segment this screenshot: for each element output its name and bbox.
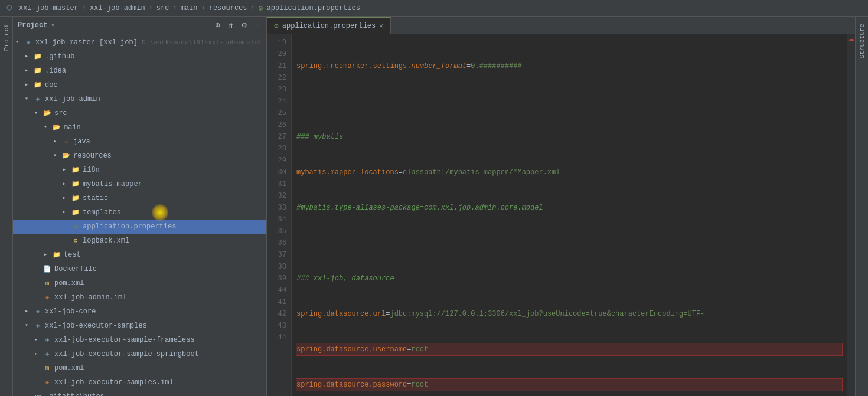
folder-icon: 📂 xyxy=(61,151,71,161)
tree-item-i18n[interactable]: 📁 i18n xyxy=(13,163,266,177)
side-tabs-right: Structure xyxy=(855,17,868,396)
folder-icon: 📁 xyxy=(71,165,80,175)
tree-item-executor-frameless[interactable]: ◈ xxl-job-executor-sample-frameless xyxy=(13,333,266,347)
breadcrumb-main[interactable]: main xyxy=(181,4,198,12)
dockerfile-icon: 📄 xyxy=(43,264,52,274)
collapse-all-icon[interactable]: ⇈ xyxy=(227,19,235,31)
minimize-icon[interactable]: ─ xyxy=(253,20,262,31)
tree-label: pom.xml xyxy=(54,362,84,374)
project-side-tab[interactable]: Project xyxy=(2,19,11,55)
pom-xml-icon: m xyxy=(43,364,52,373)
tab-label: application.properties xyxy=(282,22,376,30)
tree-label: static xyxy=(83,192,108,204)
breadcrumb-src[interactable]: src xyxy=(156,4,169,12)
tree-item-gitattributes[interactable]: ⚯ .gitattributes xyxy=(13,390,266,396)
file-tree: ◈ xxl-job-master [xxl-job] D:\workspace\… xyxy=(13,34,266,396)
tree-item-app-properties[interactable]: ⚙ application.properties xyxy=(13,220,266,234)
folder-icon: 📁 xyxy=(33,52,43,61)
tree-arrow xyxy=(34,107,43,119)
tree-arrow xyxy=(63,207,71,218)
tree-item-src[interactable]: 📂 src xyxy=(13,106,266,120)
breadcrumb-module[interactable]: xxl-job-admin xyxy=(90,4,145,12)
code-line-23: #mybatis.type-aliases-package=com.xxl.jo… xyxy=(296,202,842,214)
options-icon[interactable]: ⚙ xyxy=(240,19,248,31)
project-icon: ⬡ xyxy=(5,4,14,13)
structure-side-tab[interactable]: Structure xyxy=(857,19,867,63)
tree-item-mybatis-mapper[interactable]: 📁 mybatis-mapper xyxy=(13,177,266,191)
tree-label: xxl-job-executor-sample-frameless xyxy=(54,334,195,346)
tree-label: test xyxy=(64,249,81,261)
sidebar-header: Project ▾ ⊕ ⇈ ⚙ ─ xyxy=(13,17,266,34)
module-icon: ◈ xyxy=(33,307,43,316)
tree-arrow xyxy=(15,37,24,48)
tree-label: xxl-job-executor-samples.iml xyxy=(54,377,174,388)
tree-arrow xyxy=(63,164,71,176)
tree-item-dockerfile[interactable]: 📄 Dockerfile xyxy=(13,262,266,276)
editor-gutter-right xyxy=(847,34,855,396)
tree-arrow xyxy=(63,178,71,190)
tab-close-button[interactable]: ✕ xyxy=(379,22,383,30)
tree-label: main xyxy=(64,122,81,133)
main-layout: Project Project ▾ ⊕ ⇈ ⚙ ─ ◈ xxl-job-mast… xyxy=(0,17,868,396)
tree-arrow xyxy=(25,320,33,332)
tree-label: Dockerfile xyxy=(54,263,97,275)
tree-item-executor-iml[interactable]: ◈ xxl-job-executor-samples.iml xyxy=(13,375,266,390)
module-icon: ◈ xyxy=(33,321,43,330)
tree-item-static[interactable]: 📁 static xyxy=(13,191,266,205)
tree-label: logback.xml xyxy=(83,235,129,247)
project-panel: Project ▾ ⊕ ⇈ ⚙ ─ ◈ xxl-job-master [xxl-… xyxy=(13,17,267,396)
breadcrumb-file: application.properties xyxy=(267,4,360,12)
tree-arrow xyxy=(44,122,52,133)
xml-icon: ⚙ xyxy=(71,236,80,246)
properties-file-icon: ⚙ xyxy=(259,4,263,13)
tree-item-xxl-job-core[interactable]: ◈ xxl-job-core xyxy=(13,305,266,319)
code-line-19: spring.freemarker.settings.number_format… xyxy=(296,60,842,72)
module-icon: ◈ xyxy=(24,38,33,47)
java-folder-icon: ☕ xyxy=(61,137,71,146)
breadcrumb-resources[interactable]: resources xyxy=(209,4,247,12)
tree-label: pom.xml xyxy=(54,277,84,289)
folder-icon: 📂 xyxy=(52,123,61,132)
breadcrumb-project[interactable]: xxl-job-master xyxy=(19,4,79,12)
tree-arrow xyxy=(25,79,33,91)
locate-file-icon[interactable]: ⊕ xyxy=(213,19,221,31)
line-numbers: 19 20 21 22 23 24 25 26 27 28 29 30 31 3… xyxy=(267,34,292,396)
code-line-27: spring.datasource.username=root xyxy=(296,343,842,355)
dropdown-arrow-icon[interactable]: ▾ xyxy=(51,22,54,29)
tree-label: xxl-job-executor-sample-springboot xyxy=(54,348,199,360)
folder-icon: 📁 xyxy=(52,250,61,260)
code-line-24 xyxy=(296,237,842,249)
tree-item-main[interactable]: 📂 main xyxy=(13,120,266,135)
tree-item-pom-admin[interactable]: m pom.xml xyxy=(13,276,266,290)
module-icon: ◈ xyxy=(33,94,43,104)
tree-item-github[interactable]: 📁 .github xyxy=(13,50,266,64)
code-editor[interactable]: spring.freemarker.settings.number_format… xyxy=(292,34,847,396)
tree-item-admin-iml[interactable]: ◈ xxl-job-admin.iml xyxy=(13,290,266,305)
tree-item-test[interactable]: 📁 test xyxy=(13,248,266,262)
tree-arrow xyxy=(25,51,33,63)
tree-item-xxl-job-admin[interactable]: ◈ xxl-job-admin xyxy=(13,92,266,106)
folder-icon: 📁 xyxy=(71,194,80,203)
tree-item-resources[interactable]: 📂 resources xyxy=(13,149,266,163)
tree-arrow xyxy=(63,192,71,204)
code-line-20 xyxy=(296,96,842,107)
tree-label: i18n xyxy=(83,164,100,176)
tree-item-doc[interactable]: 📁 doc xyxy=(13,78,266,92)
tree-label: templates xyxy=(83,207,121,218)
tree-item-xxl-job-master[interactable]: ◈ xxl-job-master [xxl-job] D:\workspace\… xyxy=(13,35,266,50)
tree-label: src xyxy=(54,107,67,119)
folder-icon: 📁 xyxy=(33,80,43,90)
tree-item-pom-executor[interactable]: m pom.xml xyxy=(13,361,266,375)
tab-app-properties[interactable]: ⚙ application.properties ✕ xyxy=(267,17,391,34)
iml-icon: ◈ xyxy=(43,293,52,302)
folder-icon: 📁 xyxy=(71,208,80,217)
tree-label: .idea xyxy=(45,65,66,77)
editor-content: 19 20 21 22 23 24 25 26 27 28 29 30 31 3… xyxy=(267,34,855,396)
tree-item-executor-springboot[interactable]: ◈ xxl-job-executor-sample-springboot xyxy=(13,347,266,361)
folder-icon: 📁 xyxy=(33,66,43,76)
tree-item-xxl-job-executor-samples[interactable]: ◈ xxl-job-executor-samples xyxy=(13,319,266,333)
tree-item-logback[interactable]: ⚙ logback.xml xyxy=(13,234,266,248)
tree-item-java[interactable]: ☕ java xyxy=(13,135,266,149)
tree-item-templates[interactable]: 📁 templates xyxy=(13,205,266,220)
tree-item-idea[interactable]: 📁 .idea xyxy=(13,64,266,78)
